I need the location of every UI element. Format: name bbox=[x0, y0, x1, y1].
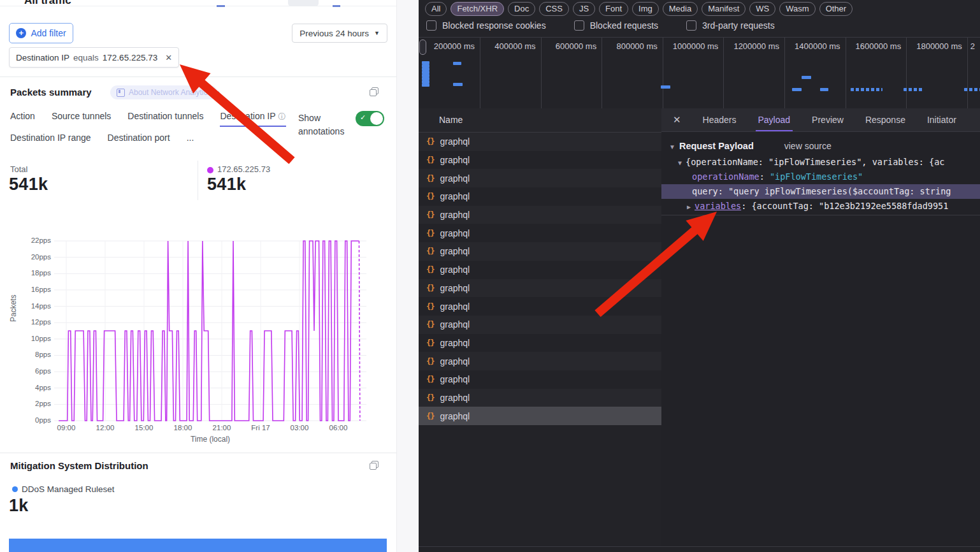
request-name: graphql bbox=[440, 265, 470, 275]
remove-filter-icon[interactable]: ✕ bbox=[165, 53, 172, 62]
checkbox-blocked-requests[interactable]: Blocked requests bbox=[574, 20, 658, 31]
packets-summary-title: Packets summary bbox=[10, 87, 92, 98]
request-row[interactable]: {}graphql bbox=[419, 224, 661, 242]
x-tick-label: 03:00 bbox=[291, 424, 309, 432]
request-row[interactable]: {}graphql bbox=[419, 133, 661, 151]
request-row[interactable]: {}graphql bbox=[419, 206, 661, 224]
tab-destination-ip-range[interactable]: Destination IP range bbox=[10, 133, 91, 143]
request-row[interactable]: {}graphql bbox=[419, 407, 661, 425]
add-filter-button[interactable]: + Add filter bbox=[9, 23, 73, 43]
x-tick-label: 18:00 bbox=[174, 424, 192, 432]
detail-tab-response[interactable]: Response bbox=[865, 108, 905, 131]
mitigation-value: 1k bbox=[9, 496, 29, 516]
filter-pill-manifest[interactable]: Manifest bbox=[702, 2, 746, 16]
request-row[interactable]: {}graphql bbox=[419, 151, 661, 170]
filter-pill-all[interactable]: All bbox=[425, 2, 447, 16]
request-row[interactable]: {}graphql bbox=[419, 352, 661, 370]
request-row[interactable]: {}graphql bbox=[419, 316, 661, 334]
request-name: graphql bbox=[440, 155, 470, 165]
time-range-dropdown[interactable]: Previous 24 hours ▼ bbox=[292, 24, 387, 43]
request-payload-title: Request Payload bbox=[679, 141, 754, 151]
mitigation-bar[interactable] bbox=[9, 539, 387, 552]
request-row[interactable]: {}graphql bbox=[419, 297, 661, 316]
filter-pill-other[interactable]: Other bbox=[819, 2, 853, 16]
tab-source-tunnels[interactable]: Source tunnels bbox=[52, 111, 111, 122]
show-annotations-toggle[interactable]: ✓ bbox=[356, 111, 384, 126]
request-detail-tabs: ✕ HeadersPayloadPreviewResponseInitiator bbox=[661, 108, 980, 132]
request-row[interactable]: {}graphql bbox=[419, 334, 661, 352]
json-file-icon: {} bbox=[426, 357, 434, 366]
request-row[interactable]: {}graphql bbox=[419, 169, 661, 187]
filter-pill-wasm[interactable]: Wasm bbox=[779, 2, 815, 16]
checkbox-icon[interactable] bbox=[686, 20, 696, 31]
checkbox-blocked-response-cookies[interactable]: Blocked response cookies bbox=[426, 20, 546, 31]
about-network-analytics-badge[interactable]: About Network Analytics bbox=[110, 85, 217, 99]
request-name: graphql bbox=[440, 319, 470, 330]
request-row[interactable]: {}graphql bbox=[419, 187, 661, 206]
tab--[interactable]: ... bbox=[187, 133, 194, 143]
timeline-tick: 2 bbox=[968, 38, 980, 108]
network-filter-bar: AllFetch/XHRDocCSSJSFontImgMediaManifest… bbox=[419, 0, 980, 38]
copy-panel-icon[interactable] bbox=[370, 461, 378, 470]
payload-preview-row[interactable]: ▼{operationName: "ipFlowTimeseries", var… bbox=[661, 155, 980, 170]
timeline-tick: 1200000 ms bbox=[724, 38, 785, 108]
json-file-icon: {} bbox=[426, 247, 434, 256]
filter-pill-img[interactable]: Img bbox=[632, 2, 659, 16]
tab-action[interactable]: Action bbox=[10, 111, 35, 122]
checkbox-3rd-party-requests[interactable]: 3rd-party requests bbox=[686, 20, 775, 31]
add-filter-label: Add filter bbox=[31, 28, 66, 38]
json-file-icon: {} bbox=[426, 192, 434, 201]
payload-operation-row[interactable]: operationName: "ipFlowTimeseries" bbox=[661, 170, 980, 184]
request-name: graphql bbox=[440, 136, 470, 147]
request-timing-mark bbox=[422, 84, 429, 87]
request-row[interactable]: {}graphql bbox=[419, 279, 661, 298]
filter-pill-css[interactable]: CSS bbox=[539, 2, 569, 16]
request-name: graphql bbox=[440, 228, 470, 238]
name-column-header[interactable]: Name bbox=[419, 108, 661, 133]
request-timing-mark bbox=[802, 76, 811, 79]
network-overview-timeline[interactable]: 200000 ms400000 ms600000 ms800000 ms1000… bbox=[419, 38, 980, 109]
detail-tab-payload[interactable]: Payload bbox=[758, 108, 791, 131]
copy-panel-icon[interactable] bbox=[370, 87, 378, 96]
checkbox-icon[interactable] bbox=[426, 20, 436, 31]
payload-variables-row[interactable]: ▶variables: {accountTag: "b12e3b2192ee55… bbox=[661, 199, 980, 214]
tab-destination-port[interactable]: Destination port bbox=[108, 133, 170, 143]
network-analytics-panel: All traffic + Add filter Previous 24 hou… bbox=[0, 0, 419, 552]
packets-timeseries-chart[interactable]: 22pps20pps18pps16pps14pps12pps10pps8pps6… bbox=[0, 229, 396, 449]
checkbox-icon[interactable] bbox=[574, 20, 584, 31]
timeline-tick: 1400000 ms bbox=[785, 38, 846, 108]
checkbox-label: 3rd-party requests bbox=[702, 20, 775, 31]
close-icon[interactable]: ✕ bbox=[673, 114, 681, 126]
detail-tab-preview[interactable]: Preview bbox=[812, 108, 844, 131]
request-list: Name {}graphql{}graphql{}graphql{}graphq… bbox=[419, 108, 662, 547]
timeline-tick: 1000000 ms bbox=[663, 38, 724, 108]
filter-chip[interactable]: Destination IP equals 172.65.225.73 ✕ bbox=[9, 47, 179, 68]
request-name: graphql bbox=[440, 356, 470, 367]
view-source-link[interactable]: view source bbox=[784, 141, 832, 151]
detail-tab-headers[interactable]: Headers bbox=[703, 108, 737, 131]
request-row[interactable]: {}graphql bbox=[419, 261, 661, 279]
payload-key: operationName bbox=[692, 171, 760, 182]
tab-destination-ip[interactable]: Destination IPⓘ bbox=[220, 111, 285, 122]
filter-pill-fetch-xhr[interactable]: Fetch/XHR bbox=[450, 2, 504, 16]
x-tick-label: 06:00 bbox=[329, 424, 348, 432]
filter-pill-doc[interactable]: Doc bbox=[508, 2, 535, 16]
packets-summary-tabs-row1: ActionSource tunnelsDestination tunnelsD… bbox=[10, 111, 286, 122]
json-file-icon: {} bbox=[426, 265, 434, 274]
legend-dot bbox=[12, 486, 18, 492]
timeline-handle[interactable] bbox=[419, 40, 426, 55]
detail-tab-initiator[interactable]: Initiator bbox=[927, 108, 956, 131]
tab-destination-tunnels[interactable]: Destination tunnels bbox=[127, 111, 203, 122]
filter-pill-ws[interactable]: WS bbox=[749, 2, 775, 16]
filter-value: 172.65.225.73 bbox=[103, 53, 157, 62]
y-tick-label: 6pps bbox=[3, 367, 51, 375]
chart-plot bbox=[54, 236, 368, 427]
filter-pill-js[interactable]: JS bbox=[573, 2, 595, 16]
filter-pill-font[interactable]: Font bbox=[599, 2, 628, 16]
filter-pill-media[interactable]: Media bbox=[663, 2, 698, 16]
request-payload-section[interactable]: ▼Request Payload bbox=[669, 141, 754, 151]
request-row[interactable]: {}graphql bbox=[419, 242, 661, 261]
payload-query-row[interactable]: query: "query ipFlowTimeseries($accountT… bbox=[661, 184, 980, 199]
request-row[interactable]: {}graphql bbox=[419, 389, 661, 407]
request-row[interactable]: {}graphql bbox=[419, 370, 661, 389]
